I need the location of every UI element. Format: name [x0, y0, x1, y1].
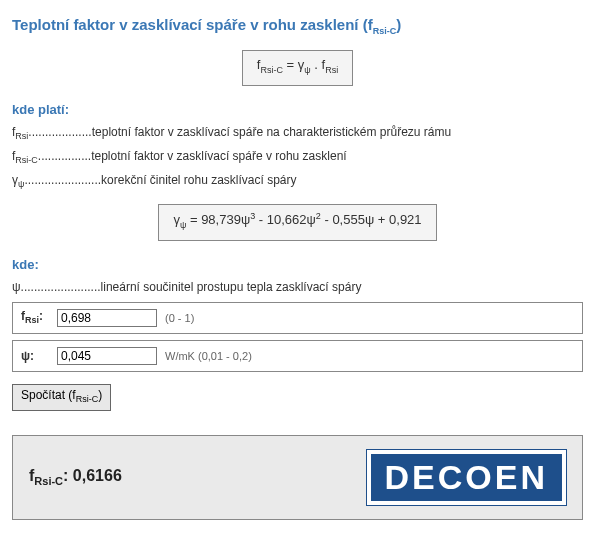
def-frsi: fRsi...................teplotní faktor v…: [12, 125, 583, 141]
psi-input[interactable]: [57, 347, 157, 365]
calculate-button[interactable]: Spočítat (fRsi-C): [12, 384, 111, 411]
where-label: kde:: [12, 257, 583, 272]
input-row-frsi: fRsi: (0 - 1): [12, 302, 583, 334]
input-row-psi: ψ: W/mK (0,01 - 0,2): [12, 340, 583, 372]
where-holds-label: kde platí:: [12, 102, 583, 117]
result-text: fRsi-C: 0,6166: [29, 467, 122, 487]
formula-gamma: γψ = 98,739ψ3 - 10,662ψ2 - 0,555ψ + 0,92…: [12, 204, 583, 241]
input-label-frsi: fRsi:: [21, 309, 49, 325]
def-frsic: fRsi-C................teplotní faktor v …: [12, 149, 583, 165]
input-label-psi: ψ:: [21, 349, 49, 363]
frsi-input[interactable]: [57, 309, 157, 327]
formula-main: fRsi-C = γψ . fRsi: [12, 50, 583, 86]
result-bar: fRsi-C: 0,6166 DECOEN: [12, 435, 583, 520]
frsi-hint: (0 - 1): [165, 312, 194, 324]
def-psi: ψ........................lineární součin…: [12, 280, 583, 294]
page-title: Teplotní faktor v zasklívací spáře v roh…: [12, 16, 583, 36]
brand-logo: DECOEN: [367, 450, 566, 505]
def-gamma-psi: γψ.......................korekční činite…: [12, 173, 583, 189]
psi-hint: W/mK (0,01 - 0,2): [165, 350, 252, 362]
